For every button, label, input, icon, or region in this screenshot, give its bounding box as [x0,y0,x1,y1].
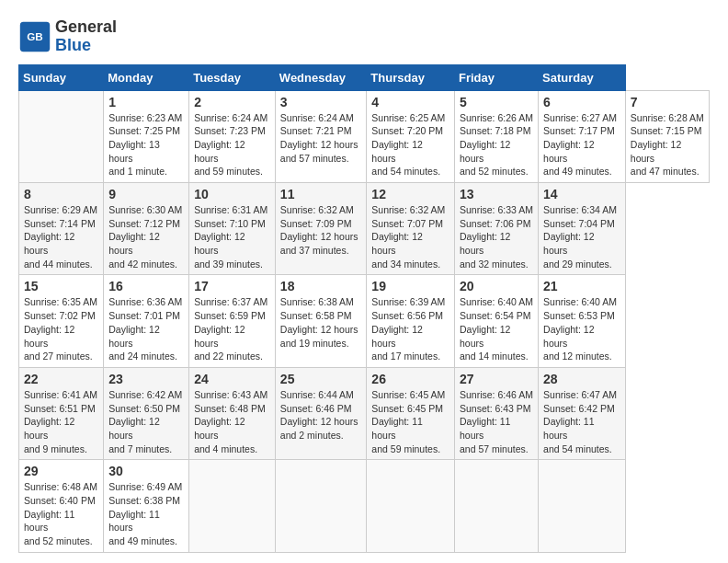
calendar-cell: 24Sunrise: 6:43 AM Sunset: 6:48 PM Dayli… [189,367,276,459]
calendar-cell: 10Sunrise: 6:31 AM Sunset: 7:10 PM Dayli… [189,183,276,275]
day-info: Sunrise: 6:47 AM Sunset: 6:42 PM Dayligh… [543,388,620,455]
day-number: 1 [108,95,184,109]
day-number: 23 [108,372,184,386]
logo-text: GeneralBlue [55,18,117,55]
calendar-cell: 20Sunrise: 6:40 AM Sunset: 6:54 PM Dayli… [454,275,538,367]
day-number: 24 [194,372,270,386]
day-number: 7 [631,95,704,109]
calendar-cell: 7Sunrise: 6:28 AM Sunset: 7:15 PM Daylig… [625,90,709,182]
day-info: Sunrise: 6:25 AM Sunset: 7:20 PM Dayligh… [371,111,449,178]
day-info: Sunrise: 6:24 AM Sunset: 7:21 PM Dayligh… [280,111,362,166]
calendar-cell: 1Sunrise: 6:23 AM Sunset: 7:25 PM Daylig… [104,90,189,182]
day-info: Sunrise: 6:37 AM Sunset: 6:59 PM Dayligh… [194,295,270,362]
week-row-2: 8Sunrise: 6:29 AM Sunset: 7:14 PM Daylig… [19,183,710,275]
day-info: Sunrise: 6:34 AM Sunset: 7:04 PM Dayligh… [543,203,620,270]
day-info: Sunrise: 6:28 AM Sunset: 7:15 PM Dayligh… [631,111,704,178]
day-number: 19 [371,279,449,293]
weekday-header-wednesday: Wednesday [275,64,367,90]
day-number: 2 [194,95,270,109]
day-info: Sunrise: 6:33 AM Sunset: 7:06 PM Dayligh… [460,203,533,270]
day-number: 30 [108,464,184,478]
calendar-cell: 19Sunrise: 6:39 AM Sunset: 6:56 PM Dayli… [367,275,455,367]
week-row-3: 15Sunrise: 6:35 AM Sunset: 7:02 PM Dayli… [19,275,710,367]
calendar-cell: 11Sunrise: 6:32 AM Sunset: 7:09 PM Dayli… [275,183,367,275]
day-info: Sunrise: 6:48 AM Sunset: 6:40 PM Dayligh… [24,480,98,547]
calendar-cell: 22Sunrise: 6:41 AM Sunset: 6:51 PM Dayli… [19,367,104,459]
day-info: Sunrise: 6:46 AM Sunset: 6:43 PM Dayligh… [460,388,533,455]
calendar-cell: 9Sunrise: 6:30 AM Sunset: 7:12 PM Daylig… [104,183,189,275]
day-info: Sunrise: 6:23 AM Sunset: 7:25 PM Dayligh… [108,111,184,178]
day-info: Sunrise: 6:43 AM Sunset: 6:48 PM Dayligh… [194,388,270,455]
calendar-cell: 21Sunrise: 6:40 AM Sunset: 6:53 PM Dayli… [539,275,626,367]
day-info: Sunrise: 6:36 AM Sunset: 7:01 PM Dayligh… [108,295,184,362]
weekday-header-saturday: Saturday [539,64,626,90]
logo-icon: GB [18,20,51,53]
day-number: 26 [371,372,449,386]
day-info: Sunrise: 6:38 AM Sunset: 6:58 PM Dayligh… [280,295,362,350]
weekday-header-monday: Monday [104,64,189,90]
day-info: Sunrise: 6:26 AM Sunset: 7:18 PM Dayligh… [460,111,533,178]
day-number: 13 [460,187,533,201]
page-header: GB GeneralBlue [18,18,710,55]
day-info: Sunrise: 6:42 AM Sunset: 6:50 PM Dayligh… [108,388,184,455]
day-info: Sunrise: 6:44 AM Sunset: 6:46 PM Dayligh… [280,388,362,442]
day-info: Sunrise: 6:49 AM Sunset: 6:38 PM Dayligh… [108,480,184,547]
calendar-cell: 23Sunrise: 6:42 AM Sunset: 6:50 PM Dayli… [104,367,189,459]
day-number: 15 [24,279,98,293]
day-info: Sunrise: 6:40 AM Sunset: 6:54 PM Dayligh… [460,295,533,362]
day-number: 9 [108,187,184,201]
calendar-cell: 18Sunrise: 6:38 AM Sunset: 6:58 PM Dayli… [275,275,367,367]
day-number: 16 [108,279,184,293]
week-row-4: 22Sunrise: 6:41 AM Sunset: 6:51 PM Dayli… [19,367,710,459]
week-row-5: 29Sunrise: 6:48 AM Sunset: 6:40 PM Dayli… [19,460,710,552]
day-number: 8 [24,187,98,201]
calendar-cell: 3Sunrise: 6:24 AM Sunset: 7:21 PM Daylig… [275,90,367,182]
day-info: Sunrise: 6:32 AM Sunset: 7:09 PM Dayligh… [280,203,362,258]
calendar-cell: 12Sunrise: 6:32 AM Sunset: 7:07 PM Dayli… [367,183,455,275]
week-row-1: 1Sunrise: 6:23 AM Sunset: 7:25 PM Daylig… [19,90,710,182]
day-number: 5 [460,95,533,109]
weekday-header-row: SundayMondayTuesdayWednesdayThursdayFrid… [19,64,710,90]
calendar-cell [454,460,538,552]
day-number: 20 [460,279,533,293]
day-number: 22 [24,372,98,386]
day-number: 29 [24,464,98,478]
calendar-cell [367,460,455,552]
day-info: Sunrise: 6:30 AM Sunset: 7:12 PM Dayligh… [108,203,184,270]
calendar-cell: 5Sunrise: 6:26 AM Sunset: 7:18 PM Daylig… [454,90,538,182]
calendar-cell: 30Sunrise: 6:49 AM Sunset: 6:38 PM Dayli… [104,460,189,552]
weekday-header-tuesday: Tuesday [189,64,276,90]
svg-text:GB: GB [27,29,43,41]
calendar: SundayMondayTuesdayWednesdayThursdayFrid… [18,64,710,553]
day-number: 6 [543,95,620,109]
day-number: 12 [371,187,449,201]
calendar-cell: 8Sunrise: 6:29 AM Sunset: 7:14 PM Daylig… [19,183,104,275]
calendar-cell: 16Sunrise: 6:36 AM Sunset: 7:01 PM Dayli… [104,275,189,367]
calendar-body: 1Sunrise: 6:23 AM Sunset: 7:25 PM Daylig… [19,90,710,552]
day-number: 28 [543,372,620,386]
day-info: Sunrise: 6:27 AM Sunset: 7:17 PM Dayligh… [543,111,620,178]
calendar-cell: 15Sunrise: 6:35 AM Sunset: 7:02 PM Dayli… [19,275,104,367]
weekday-header-sunday: Sunday [19,64,104,90]
weekday-header-friday: Friday [454,64,538,90]
calendar-cell: 6Sunrise: 6:27 AM Sunset: 7:17 PM Daylig… [539,90,626,182]
calendar-cell: 28Sunrise: 6:47 AM Sunset: 6:42 PM Dayli… [539,367,626,459]
logo: GB GeneralBlue [18,18,117,55]
calendar-cell: 26Sunrise: 6:45 AM Sunset: 6:45 PM Dayli… [367,367,455,459]
day-info: Sunrise: 6:41 AM Sunset: 6:51 PM Dayligh… [24,388,98,455]
weekday-header-thursday: Thursday [367,64,455,90]
calendar-cell: 2Sunrise: 6:24 AM Sunset: 7:23 PM Daylig… [189,90,276,182]
day-info: Sunrise: 6:29 AM Sunset: 7:14 PM Dayligh… [24,203,98,270]
day-info: Sunrise: 6:35 AM Sunset: 7:02 PM Dayligh… [24,295,98,362]
day-info: Sunrise: 6:40 AM Sunset: 6:53 PM Dayligh… [543,295,620,362]
day-number: 27 [460,372,533,386]
day-number: 18 [280,279,362,293]
calendar-cell [189,460,276,552]
day-number: 14 [543,187,620,201]
calendar-cell [19,90,104,182]
calendar-cell: 29Sunrise: 6:48 AM Sunset: 6:40 PM Dayli… [19,460,104,552]
calendar-cell: 14Sunrise: 6:34 AM Sunset: 7:04 PM Dayli… [539,183,626,275]
calendar-cell: 4Sunrise: 6:25 AM Sunset: 7:20 PM Daylig… [367,90,455,182]
day-number: 17 [194,279,270,293]
calendar-cell [539,460,626,552]
